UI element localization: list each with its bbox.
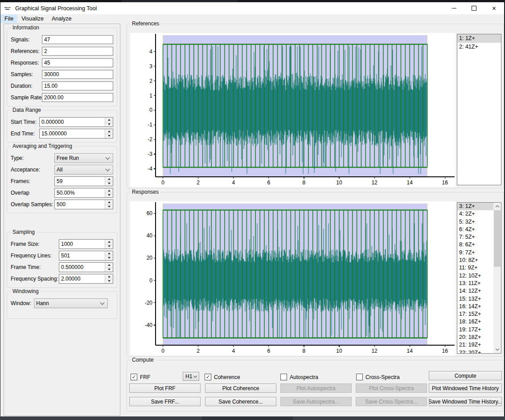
frequency-lines-spinbox[interactable]: 501 — [59, 251, 113, 261]
close-button[interactable]: ✕ — [484, 2, 504, 14]
spin-down-button[interactable] — [105, 279, 113, 284]
chevron-down-icon — [100, 301, 105, 305]
save-coherence-button[interactable]: Save Coherence... — [205, 397, 276, 406]
list-item[interactable]: 16: 14Z+ — [457, 303, 493, 310]
references-group: References 43210-1-2-3-40246810121416 1:… — [127, 24, 504, 188]
svg-text:12: 12 — [371, 348, 378, 354]
list-item[interactable]: 12: 10Z+ — [457, 272, 493, 280]
responses-listbox: 3: 1Z+4: 2Z+5: 3Z+6: 4Z+7: 5Z+8: 6Z+9: 7… — [457, 202, 501, 354]
plot-frf-button[interactable]: Plot FRF — [129, 383, 201, 393]
acceptance-combobox[interactable]: All — [54, 165, 113, 175]
scrollbar-thumb[interactable] — [494, 210, 501, 267]
spin-down-button[interactable] — [105, 182, 113, 186]
responses-input[interactable]: 45 — [42, 58, 113, 67]
list-item[interactable]: 17: 15Z+ — [457, 310, 493, 318]
save-frf-button[interactable]: Save FRF... — [129, 397, 201, 406]
plot-windowed-time-history-button[interactable]: Plot Windowed Time History — [429, 383, 502, 393]
spin-down-button[interactable] — [105, 245, 113, 249]
spin-down-button[interactable] — [105, 205, 113, 209]
chevron-up-icon — [495, 205, 499, 209]
type-combobox[interactable]: Free Run — [54, 153, 113, 163]
svg-text:10: 10 — [336, 179, 342, 186]
field-label-frequency-spacing: Frequency Spacing: — [11, 276, 59, 282]
list-item[interactable]: 18: 16Z+ — [457, 318, 493, 326]
list-item[interactable]: 9: 7Z+ — [457, 249, 493, 257]
overlap-spinbox[interactable]: 50.00% — [54, 188, 113, 198]
list-item[interactable]: 15: 13Z+ — [457, 295, 493, 303]
list-item[interactable]: 10: 8Z+ — [457, 257, 493, 264]
list-item[interactable]: 4: 2Z+ — [457, 210, 493, 218]
spin-up-button[interactable] — [105, 251, 113, 256]
save-cross-spectra-button: Save Cross-Spectra... — [356, 397, 427, 406]
autospectra-checkbox[interactable] — [280, 374, 287, 380]
references-listbox: 1: 1Z+2: 41Z+ — [457, 34, 501, 185]
list-item[interactable]: 21: 19Z+ — [457, 341, 493, 349]
list-item[interactable]: 3: 1Z+ — [457, 203, 493, 210]
plot-coherence-button[interactable]: Plot Coherence — [205, 383, 276, 393]
frames-value: 59 — [57, 178, 62, 184]
list-item[interactable]: 5: 3Z+ — [457, 218, 493, 226]
compute-button[interactable]: Compute — [429, 371, 502, 380]
references-group-title: References — [130, 21, 161, 27]
spin-up-button[interactable] — [105, 177, 113, 182]
window-combobox[interactable]: Hann — [34, 298, 108, 308]
frames-spinbox[interactable]: 59 — [54, 176, 113, 186]
triangle-down-icon — [108, 280, 111, 282]
triangle-up-icon — [108, 190, 111, 192]
start-time-spinbox[interactable]: 0.000000 — [39, 117, 113, 127]
spin-up-button[interactable] — [105, 188, 113, 193]
spin-up-button[interactable] — [105, 240, 113, 245]
spin-down-button[interactable] — [105, 256, 113, 261]
spin-up-button[interactable] — [105, 118, 113, 122]
spin-down-button[interactable] — [105, 193, 113, 198]
scroll-down-button[interactable] — [493, 346, 501, 353]
list-item[interactable]: 2: 41Z+ — [457, 43, 501, 51]
spin-up-button[interactable] — [105, 129, 113, 134]
frame-time-spinbox[interactable]: 0.500000 — [59, 262, 113, 272]
end-time-spinbox[interactable]: 15.000000 — [39, 129, 113, 139]
spinner — [105, 240, 113, 249]
spin-down-button[interactable] — [105, 268, 113, 272]
list-item[interactable]: 1: 1Z+ — [457, 34, 501, 43]
scroll-up-button[interactable] — [493, 203, 501, 210]
group-sampling: SamplingFrame Size:1000Frequency Lines:5… — [7, 232, 117, 288]
spin-down-button[interactable] — [105, 134, 113, 139]
frame-size-spinbox[interactable]: 1000 — [59, 239, 113, 249]
field-label-start-time: Start Time: — [11, 119, 39, 125]
spin-up-button[interactable] — [105, 274, 113, 279]
cross-spectra-checkbox[interactable] — [356, 374, 363, 380]
list-item[interactable]: 8: 6Z+ — [457, 241, 493, 249]
menu-analyze[interactable]: Analyze — [48, 14, 75, 23]
menu-file[interactable]: File — [0, 14, 17, 23]
list-item[interactable]: 6: 4Z+ — [457, 226, 493, 233]
spin-up-button[interactable] — [105, 263, 113, 268]
estimator-combobox[interactable]: H1 — [183, 372, 199, 381]
list-item[interactable]: 20: 18Z+ — [457, 334, 493, 341]
samples-input[interactable]: 30000 — [42, 70, 113, 79]
spin-down-button[interactable] — [105, 122, 113, 127]
scrollbar[interactable] — [493, 203, 501, 353]
duration-input[interactable]: 15.00 — [42, 82, 113, 90]
references-input[interactable]: 2 — [42, 47, 113, 56]
minimize-button[interactable] — [444, 2, 464, 14]
sample-rate-input[interactable]: 2000.00 — [42, 93, 113, 102]
list-item[interactable]: 14: 12Z+ — [457, 287, 493, 295]
list-item[interactable]: 11: 9Z+ — [457, 264, 493, 272]
cross-spectra-checkbox-row: Cross-Spectra — [356, 374, 400, 380]
frf-checkbox[interactable] — [131, 374, 137, 380]
maximize-button[interactable] — [464, 2, 484, 14]
references-value: 2 — [44, 48, 47, 54]
form-row: Type:Free Run — [11, 154, 113, 163]
list-item[interactable]: 22: 20Z+ — [457, 349, 493, 353]
list-item[interactable]: 7: 5Z+ — [457, 233, 493, 241]
menu-visualize[interactable]: Visualize — [17, 14, 48, 23]
save-windowed-time-history-button[interactable]: Save Windowed Time History... — [429, 397, 502, 406]
spin-up-button[interactable] — [105, 200, 113, 205]
list-item[interactable]: 13: 11Z+ — [457, 280, 493, 287]
coherence-checkbox[interactable] — [205, 374, 211, 380]
frequency-spacing-spinbox[interactable]: 2.00000 — [59, 274, 113, 284]
list-item[interactable]: 19: 17Z+ — [457, 326, 493, 334]
svg-text:4: 4 — [149, 49, 152, 55]
overlap-samples-spinbox[interactable]: 500 — [54, 200, 113, 209]
signals-input[interactable]: 47 — [42, 35, 113, 44]
